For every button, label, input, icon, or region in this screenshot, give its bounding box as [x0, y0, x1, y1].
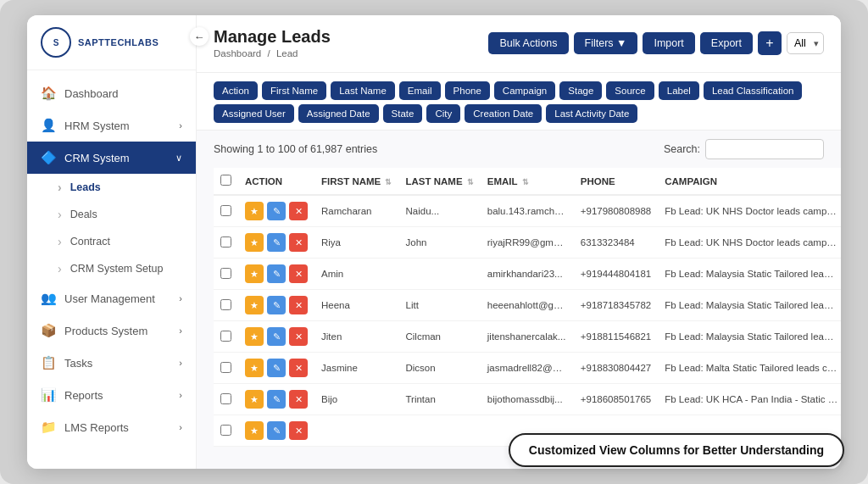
row-checkbox[interactable] [220, 236, 231, 248]
campaign-cell: Fb Lead: UK NHS Doctor leads campaign 28… [658, 195, 841, 227]
col-btn-state[interactable]: State [383, 104, 423, 123]
action-btn-edit[interactable]: ✎ [267, 359, 286, 377]
action-btn-edit[interactable]: ✎ [267, 233, 286, 252]
search-input[interactable] [705, 139, 824, 159]
search-label: Search: [664, 143, 700, 155]
action-btn-edit[interactable]: ✎ [267, 264, 286, 283]
back-arrow[interactable]: ← [190, 27, 209, 46]
sidebar-item-label: Products System [64, 325, 147, 337]
col-btn-last-activity-date[interactable]: Last Activity Date [546, 104, 637, 123]
sidebar-item-crm-setup[interactable]: CRM System Setup [27, 255, 196, 282]
action-btn-yellow[interactable]: ★ [245, 202, 264, 220]
table-row: ★ ✎ ✕ Jiten Cilcman jitenshanercalak... … [214, 321, 841, 353]
row-checkbox[interactable] [220, 425, 231, 436]
sidebar-item-products[interactable]: 📦 Products System › [27, 314, 196, 347]
action-btn-yellow[interactable]: ★ [245, 296, 264, 314]
col-header-phone[interactable]: PHONE [574, 168, 658, 195]
col-btn-assigned-date[interactable]: Assigned Date [298, 104, 379, 123]
action-buttons: ★ ✎ ✕ [245, 359, 308, 377]
column-buttons-bar: Action First Name Last Name Email Phone … [197, 73, 841, 131]
col-btn-email[interactable]: Email [399, 81, 441, 100]
col-btn-assigned-user[interactable]: Assigned User [214, 104, 294, 123]
row-checkbox-cell [214, 290, 238, 321]
sidebar-item-leads[interactable]: Leads [27, 174, 196, 201]
col-btn-lead-classification[interactable]: Lead Classification [704, 81, 803, 100]
all-select[interactable]: All [787, 32, 824, 54]
sidebar-item-dashboard[interactable]: 🏠 Dashboard [27, 77, 196, 109]
col-btn-label[interactable]: Label [659, 81, 699, 100]
col-header-campaign[interactable]: CAMPAIGN [658, 168, 841, 195]
add-button[interactable]: + [758, 31, 782, 55]
sort-icon: ⇅ [385, 178, 392, 186]
col-header-last-name[interactable]: LAST NAME ⇅ [398, 168, 480, 195]
action-btn-delete[interactable]: ✕ [289, 264, 308, 283]
action-btn-delete[interactable]: ✕ [289, 202, 308, 220]
email-cell: heeenahlott@gmai... [481, 290, 574, 321]
sidebar-item-contract[interactable]: Contract [27, 228, 196, 255]
phone-cell: +918830804427 [574, 353, 658, 384]
row-checkbox[interactable] [220, 205, 231, 216]
action-btn-delete[interactable]: ✕ [289, 327, 308, 346]
campaign-cell: Fb Lead: Malaysia Static Tailored leads … [658, 321, 841, 353]
breadcrumb-separator: / [267, 48, 270, 58]
row-checkbox[interactable] [220, 331, 231, 342]
action-btn-delete[interactable]: ✕ [289, 296, 308, 314]
sidebar-item-crm[interactable]: 🔷 CRM System ∨ [27, 142, 196, 174]
sidebar-item-reports[interactable]: 📊 Reports › [27, 379, 196, 411]
action-btn-edit[interactable]: ✎ [267, 390, 286, 409]
col-btn-creation-date[interactable]: Creation Date [465, 104, 542, 123]
col-btn-source[interactable]: Source [606, 81, 654, 100]
sidebar-item-deals[interactable]: Deals [27, 201, 196, 228]
table-row: ★ ✎ ✕ Bijo Trintan bijothomassdbij... +9… [214, 384, 841, 415]
col-btn-first-name[interactable]: First Name [262, 81, 326, 100]
action-btn-yellow[interactable]: ★ [245, 359, 264, 377]
action-btn-edit[interactable]: ✎ [267, 327, 286, 346]
showing-text: Showing 1 to 100 of 61,987 entries [214, 143, 377, 155]
all-select-wrapper: All [787, 32, 824, 54]
action-btn-yellow[interactable]: ★ [245, 264, 264, 283]
action-btn-edit[interactable]: ✎ [267, 421, 286, 440]
sidebar-item-tasks[interactable]: 📋 Tasks › [27, 347, 196, 379]
import-button[interactable]: Import [643, 32, 694, 54]
action-btn-yellow[interactable]: ★ [245, 421, 264, 440]
email-cell: balu.143.ramcha... [481, 195, 574, 227]
action-btn-delete[interactable]: ✕ [289, 421, 308, 440]
table-header: ACTION FIRST NAME ⇅ LAST NAME ⇅ EMAIL ⇅ [214, 168, 841, 195]
col-btn-last-name[interactable]: Last Name [331, 81, 395, 100]
col-header-first-name[interactable]: FIRST NAME ⇅ [314, 168, 398, 195]
action-cell: ★ ✎ ✕ [238, 290, 314, 321]
action-btn-yellow[interactable]: ★ [245, 233, 264, 252]
action-btn-edit[interactable]: ✎ [267, 296, 286, 314]
header-actions: Bulk Actions Filters ▼ Import Export + A… [488, 31, 824, 55]
col-header-email[interactable]: EMAIL ⇅ [481, 168, 574, 195]
action-btn-yellow[interactable]: ★ [245, 390, 264, 409]
row-checkbox[interactable] [220, 299, 231, 310]
first-name-cell [314, 415, 398, 447]
sidebar-item-user-mgmt[interactable]: 👥 User Management › [27, 282, 196, 314]
action-btn-delete[interactable]: ✕ [289, 390, 308, 409]
filters-button[interactable]: Filters ▼ [574, 32, 638, 54]
action-btn-edit[interactable]: ✎ [267, 202, 286, 220]
col-header-action: ACTION [238, 168, 314, 195]
first-name-cell: Riya [314, 227, 398, 259]
action-btn-delete[interactable]: ✕ [289, 233, 308, 252]
export-button[interactable]: Export [700, 32, 753, 54]
col-btn-campaign[interactable]: Campaign [494, 81, 555, 100]
row-checkbox[interactable] [220, 362, 231, 373]
bulk-actions-button[interactable]: Bulk Actions [488, 32, 568, 54]
col-btn-city[interactable]: City [426, 104, 460, 123]
col-btn-action[interactable]: Action [214, 81, 258, 100]
action-btn-yellow[interactable]: ★ [245, 327, 264, 346]
sidebar-item-lms[interactable]: 📁 LMS Reports › [27, 411, 196, 443]
first-name-cell: Jasmine [314, 353, 398, 384]
row-checkbox[interactable] [220, 268, 231, 279]
col-btn-stage[interactable]: Stage [559, 81, 602, 100]
col-btn-phone[interactable]: Phone [445, 81, 490, 100]
action-cell: ★ ✎ ✕ [238, 321, 314, 353]
sidebar-item-hrm[interactable]: 👤 HRM System › [27, 109, 196, 142]
action-btn-delete[interactable]: ✕ [289, 359, 308, 377]
select-all-checkbox[interactable] [220, 175, 231, 186]
row-checkbox[interactable] [220, 393, 231, 404]
action-buttons: ★ ✎ ✕ [245, 421, 308, 440]
action-buttons: ★ ✎ ✕ [245, 233, 308, 252]
